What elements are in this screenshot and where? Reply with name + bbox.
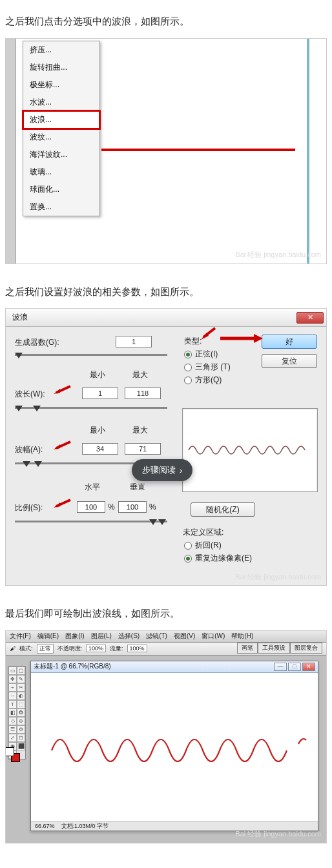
menubar-item[interactable]: 编辑(E) — [37, 632, 59, 641]
wavelength-max-input[interactable]: 118 — [125, 388, 161, 399]
menubar-item[interactable]: 选择(S) — [118, 632, 140, 641]
menubar-item[interactable]: 文件(F) — [10, 632, 31, 641]
reset-button[interactable]: 复位 — [262, 354, 317, 368]
screenshot-menu: 挤压...旋转扭曲...极坐标...水波...波浪...波纹...海洋波纹...… — [5, 38, 327, 264]
menubar-item[interactable]: 滤镜(T) — [146, 632, 167, 641]
menu-item[interactable]: 挤压... — [23, 41, 99, 59]
menubar-item[interactable]: 图层(L) — [91, 632, 112, 641]
menu-item[interactable]: 波浪... — [23, 111, 99, 129]
tool-button[interactable]: ◐ — [17, 692, 25, 700]
tool-button[interactable]: ✎ — [17, 675, 25, 683]
wavelength-slider[interactable] — [15, 406, 167, 415]
app-menubar[interactable]: 文件(F)编辑(E)图象(I)图层(L)选择(S)滤镜(T)视图(V)窗口(W)… — [6, 631, 326, 643]
maximize-icon[interactable]: □ — [288, 663, 301, 671]
menu-item[interactable]: 球面化... — [23, 181, 99, 198]
scale-slider[interactable] — [15, 519, 167, 528]
watermark: Bai 经验 jingyan.baidu.com — [235, 573, 321, 581]
undefined-area-label: 未定义区域: — [183, 527, 223, 538]
tool-button[interactable]: ⊡ — [17, 734, 25, 742]
radio-dot-icon — [184, 542, 192, 550]
wave-preview-icon — [185, 437, 315, 463]
menu-item[interactable]: 置换... — [23, 198, 99, 216]
type-triangle-radio[interactable]: 三角形 (T) — [184, 362, 231, 373]
generators-input[interactable]: 1 — [116, 336, 152, 347]
menu-item[interactable]: 极坐标... — [23, 76, 99, 94]
tool-button[interactable]: ⚙ — [17, 725, 25, 734]
wavelength-min-input[interactable]: 1 — [82, 388, 118, 399]
tool-button[interactable]: ◇ — [8, 717, 17, 725]
max-label-2: 最大 — [132, 425, 148, 436]
annotation-arrow-icon — [52, 497, 72, 512]
color-swatch[interactable] — [8, 750, 17, 759]
scale-h-input[interactable]: 100 — [77, 501, 105, 513]
amplitude-min-input[interactable]: 34 — [82, 443, 118, 455]
tool-button[interactable]: ▭ — [8, 666, 17, 675]
dialog-title: 波浪 — [12, 312, 28, 323]
generators-slider[interactable] — [15, 353, 167, 362]
repeat-edge-radio[interactable]: 重复边缘像素(E) — [184, 553, 252, 564]
scale-v-input[interactable]: 100 — [118, 501, 147, 513]
tool-button[interactable]: T — [8, 700, 17, 708]
zoom-value[interactable]: 66.67% — [35, 823, 55, 829]
menu-item[interactable]: 波纹... — [23, 129, 99, 146]
vertical-label: 垂直 — [130, 482, 145, 493]
palette-tab[interactable]: 工具预设 — [258, 643, 290, 654]
tool-button[interactable]: ✂ — [17, 683, 25, 692]
menubar-item[interactable]: 图象(I) — [65, 632, 84, 641]
tool-button[interactable]: ⬚ — [17, 700, 25, 708]
tool-button[interactable]: ⤢ — [8, 734, 17, 742]
menu-item[interactable]: 玻璃... — [23, 163, 99, 181]
tool-button[interactable]: ◧ — [8, 708, 17, 717]
document-canvas[interactable] — [31, 673, 318, 822]
annotation-arrow-icon — [219, 333, 264, 344]
step-read-pill[interactable]: 步骤阅读 › — [132, 459, 192, 481]
close-icon: ✕ — [307, 314, 313, 321]
mode-select[interactable]: 正常 — [37, 644, 54, 654]
type-sine-radio[interactable]: 正弦(I) — [184, 349, 218, 360]
percent-1: % — [108, 502, 115, 512]
menu-item[interactable]: 水波... — [23, 94, 99, 111]
randomize-button[interactable]: 随机化(Z) — [191, 502, 255, 517]
min-label-1: 最小 — [90, 369, 105, 380]
tool-button[interactable]: ⬛ — [17, 742, 25, 750]
palette-tab[interactable]: 图层复合 — [290, 643, 322, 654]
horizontal-label: 水平 — [85, 482, 100, 493]
tool-button[interactable]: ↔ — [8, 692, 17, 700]
close-button[interactable]: ✕ — [296, 312, 324, 324]
radio-dot-icon — [184, 555, 192, 563]
type-square-radio[interactable]: 方形(Q) — [184, 375, 222, 386]
tool-button[interactable]: ☰ — [8, 725, 17, 734]
tool-button[interactable]: ✥ — [8, 675, 17, 683]
ok-button[interactable]: 好 — [262, 335, 317, 349]
menubar-item[interactable]: 视图(V) — [174, 632, 195, 641]
menubar-item[interactable]: 帮助(H) — [231, 632, 253, 641]
radio-dot-icon — [184, 377, 192, 384]
wrap-radio[interactable]: 折回(R) — [184, 540, 222, 551]
palette-tab[interactable]: 画笔 — [237, 643, 258, 654]
document-titlebar: 未标题-1 @ 66.7%(RGB/8) — □ ✕ — [31, 661, 318, 673]
tool-button[interactable]: ⊕ — [17, 717, 25, 725]
brush-preset-icon[interactable]: 🖌 — [10, 645, 16, 652]
annotation-arrow-icon — [198, 327, 218, 341]
tool-button[interactable]: ✪ — [17, 708, 25, 717]
menu-item[interactable]: 旋转扭曲... — [23, 59, 99, 76]
percent-2: % — [149, 502, 156, 512]
step3-caption: 最后我们即可绘制出波浪线，如图所示。 — [5, 606, 327, 621]
menubar-item[interactable]: 窗口(W) — [202, 632, 225, 641]
max-label-1: 最大 — [132, 369, 148, 380]
wave-preview — [182, 408, 318, 492]
annotation-arrow-icon — [52, 384, 72, 398]
minimize-icon[interactable]: — — [274, 663, 287, 671]
opacity-input[interactable]: 100% — [86, 645, 106, 652]
document-title: 未标题-1 @ 66.7%(RGB/8) — [34, 662, 111, 671]
tools-palette[interactable]: ▭▢✥✎⌁✂↔◐T⬚◧✪◇⊕☰⚙⤢⊡◉⬛ — [8, 666, 26, 760]
mode-label: 模式: — [19, 645, 33, 653]
tool-button[interactable]: ⌁ — [8, 683, 17, 692]
filter-submenu-distort[interactable]: 挤压...旋转扭曲...极坐标...水波...波浪...波纹...海洋波纹...… — [23, 41, 100, 216]
amplitude-max-input[interactable]: 71 — [125, 443, 161, 455]
palette-tabs[interactable]: 画笔工具预设图层复合 — [237, 643, 322, 654]
flow-input[interactable]: 100% — [127, 645, 147, 652]
menu-item[interactable]: 海洋波纹... — [23, 146, 99, 163]
close-icon[interactable]: ✕ — [302, 663, 315, 671]
tool-button[interactable]: ▢ — [17, 666, 25, 675]
